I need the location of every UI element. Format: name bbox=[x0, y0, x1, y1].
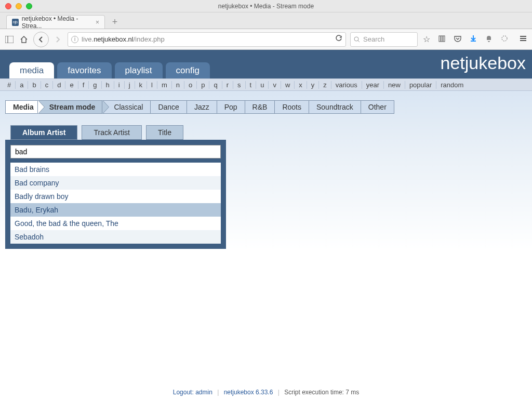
alpha-j[interactable]: j bbox=[125, 81, 135, 89]
main-tab-playlist[interactable]: playlist bbox=[115, 62, 163, 78]
reload-icon[interactable] bbox=[335, 35, 342, 44]
app-logo: netjukebox bbox=[441, 53, 526, 73]
bookmark-star-icon[interactable]: ☆ bbox=[422, 34, 431, 44]
alpha-y[interactable]: y bbox=[307, 81, 320, 89]
main-tabs: mediafavoritesplaylistconfig bbox=[9, 62, 210, 78]
search-tab-album-artist[interactable]: Album Artist bbox=[10, 125, 77, 140]
main-tab-media[interactable]: media bbox=[9, 62, 54, 78]
search-panel: Bad brainsBad companyBadly drawn boyBadu… bbox=[5, 140, 226, 249]
genre-soundtrack[interactable]: Soundtrack bbox=[309, 100, 361, 114]
alpha-l[interactable]: l bbox=[147, 81, 157, 89]
info-icon[interactable]: i bbox=[71, 36, 78, 43]
genre-dance[interactable]: Dance bbox=[150, 100, 187, 114]
alpha-g[interactable]: g bbox=[89, 81, 101, 89]
genre-r&b[interactable]: R&B bbox=[245, 100, 275, 114]
svg-rect-0 bbox=[5, 36, 14, 43]
page-footer: Logout: admin | netjukebox 6.33.6 | Scri… bbox=[0, 385, 532, 399]
menu-icon[interactable] bbox=[518, 35, 528, 44]
alpha-o[interactable]: o bbox=[184, 81, 197, 89]
page-content: netjukebox mediafavoritesplaylistconfig … bbox=[0, 50, 532, 385]
genre-other[interactable]: Other bbox=[361, 100, 394, 114]
alpha-m[interactable]: m bbox=[157, 81, 172, 89]
alpha-r[interactable]: r bbox=[222, 81, 233, 89]
browser-tab-label: netjukebox • Media - Strea... bbox=[22, 15, 92, 30]
genre-roots[interactable]: Roots bbox=[274, 100, 309, 114]
extensions-icon[interactable] bbox=[500, 35, 509, 44]
library-icon[interactable] bbox=[437, 35, 447, 44]
browser-search-box[interactable]: Search bbox=[350, 32, 418, 47]
alpha-s[interactable]: s bbox=[233, 81, 246, 89]
alpha-v[interactable]: v bbox=[269, 81, 281, 89]
alpha-f[interactable]: f bbox=[78, 81, 89, 89]
pocket-icon[interactable] bbox=[453, 35, 462, 44]
svg-point-2 bbox=[354, 37, 358, 41]
artist-search-input[interactable] bbox=[10, 145, 221, 158]
back-button[interactable] bbox=[33, 32, 49, 47]
genre-classical[interactable]: Classical bbox=[102, 100, 151, 114]
alpha-d[interactable]: d bbox=[53, 81, 65, 89]
svg-rect-5 bbox=[441, 36, 443, 42]
alpha-popular[interactable]: popular bbox=[405, 81, 436, 89]
macos-title-bar: netjukebox • Media - Stream mode bbox=[0, 0, 532, 12]
browser-tab-strip: njb netjukebox • Media - Strea... × + bbox=[0, 12, 532, 29]
breadcrumb-root[interactable]: Media bbox=[5, 100, 38, 114]
alpha-a[interactable]: a bbox=[16, 81, 28, 89]
window-title: netjukebox • Media - Stream mode bbox=[0, 3, 532, 10]
sidebar-toggle-icon[interactable] bbox=[4, 34, 15, 45]
exec-time: Script execution time: 7 ms bbox=[284, 389, 359, 396]
alpha-q[interactable]: q bbox=[209, 81, 222, 89]
search-placeholder: Search bbox=[363, 35, 384, 43]
alpha-h[interactable]: h bbox=[102, 81, 114, 89]
result-row[interactable]: Bad company bbox=[10, 176, 221, 190]
genre-jazz[interactable]: Jazz bbox=[187, 100, 217, 114]
tab-close-icon[interactable]: × bbox=[96, 19, 99, 26]
alpha-k[interactable]: k bbox=[135, 81, 148, 89]
result-row[interactable]: Sebadoh bbox=[10, 230, 221, 244]
alpha-e[interactable]: e bbox=[65, 81, 78, 89]
breadcrumb: MediaStream modeClassicalDanceJazzPopR&B… bbox=[5, 100, 527, 114]
new-tab-button[interactable]: + bbox=[108, 15, 122, 29]
alpha-p[interactable]: p bbox=[197, 81, 209, 89]
search-tab-track-artist[interactable]: Track Artist bbox=[82, 125, 142, 140]
alpha-various[interactable]: various bbox=[331, 81, 362, 89]
alpha-random[interactable]: random bbox=[436, 81, 468, 89]
search-results: Bad brainsBad companyBadly drawn boyBadu… bbox=[10, 163, 221, 244]
alpha-u[interactable]: u bbox=[256, 81, 269, 89]
search-tab-title[interactable]: Title bbox=[146, 125, 183, 140]
home-icon[interactable] bbox=[19, 34, 29, 45]
genre-pop[interactable]: Pop bbox=[217, 100, 245, 114]
forward-button bbox=[53, 34, 63, 45]
browser-tab[interactable]: njb netjukebox • Media - Strea... × bbox=[6, 15, 105, 29]
main-tab-favorites[interactable]: favorites bbox=[57, 62, 111, 78]
alpha-new[interactable]: new bbox=[384, 81, 405, 89]
alpha-t[interactable]: t bbox=[246, 81, 257, 89]
url-bar[interactable]: i live.netjukebox.nl/index.php bbox=[68, 32, 346, 47]
app-header: netjukebox mediafavoritesplaylistconfig bbox=[0, 50, 532, 78]
svg-rect-4 bbox=[439, 36, 441, 42]
alpha-b[interactable]: b bbox=[28, 81, 41, 89]
browser-nav-bar: i live.netjukebox.nl/index.php Search ☆ bbox=[0, 29, 532, 50]
alpha-z[interactable]: z bbox=[319, 81, 331, 89]
result-row[interactable]: Badly drawn boy bbox=[10, 190, 221, 203]
favicon-icon: njb bbox=[12, 19, 19, 26]
downloads-icon[interactable] bbox=[469, 35, 478, 44]
alpha-c[interactable]: c bbox=[41, 81, 54, 89]
result-row[interactable]: Badu, Erykah bbox=[10, 203, 221, 217]
breadcrumb-mode[interactable]: Stream mode bbox=[37, 100, 103, 114]
alpha-w[interactable]: w bbox=[281, 81, 295, 89]
alpha-#[interactable]: # bbox=[3, 81, 16, 89]
alpha-x[interactable]: x bbox=[295, 81, 307, 89]
alpha-n[interactable]: n bbox=[172, 81, 184, 89]
svg-rect-6 bbox=[443, 36, 445, 42]
alpha-index-bar: #abcdefghijklmnopqrstuvwxyzvariousyearne… bbox=[0, 78, 532, 91]
result-row[interactable]: Bad brains bbox=[10, 163, 221, 176]
logout-link[interactable]: Logout: admin bbox=[173, 389, 212, 396]
alpha-i[interactable]: i bbox=[114, 81, 125, 89]
version-link[interactable]: netjukebox 6.33.6 bbox=[224, 389, 273, 396]
main-tab-config[interactable]: config bbox=[166, 62, 210, 78]
result-row[interactable]: Good, the bad & the queen, The bbox=[10, 217, 221, 230]
url-text: live.netjukebox.nl/index.php bbox=[82, 35, 332, 43]
notifications-icon[interactable] bbox=[484, 35, 494, 44]
svg-line-3 bbox=[358, 41, 360, 42]
alpha-year[interactable]: year bbox=[362, 81, 384, 89]
